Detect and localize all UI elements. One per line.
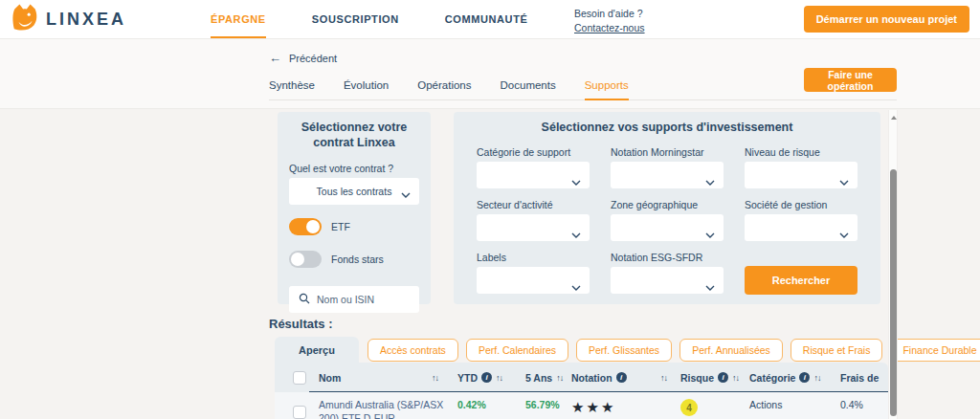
vertical-scrollbar[interactable] [888, 110, 898, 419]
tab-perf-annualisees[interactable]: Perf. Annualisées [679, 339, 783, 362]
back-arrow-icon: ← [269, 51, 281, 65]
sort-icon-risque[interactable]: ↑↓ [732, 373, 739, 383]
filter-secteur-activite: Secteur d'activité [477, 199, 590, 241]
zone-geographique-select[interactable] [611, 214, 724, 241]
scroll-up-arrow-icon[interactable] [891, 116, 897, 120]
scrollbar-thumb[interactable] [890, 169, 897, 416]
niveau-de-risque-select[interactable] [745, 162, 858, 188]
chevron-down-icon [705, 225, 715, 242]
contract-question-label: Quel est votre contrat ? [289, 163, 419, 174]
sort-icon-notation[interactable]: ↑↓ [660, 373, 667, 383]
filter-label: Niveau de risque [745, 146, 858, 158]
tab-finance-durable[interactable]: Finance Durable [890, 339, 980, 362]
ytd-value: 0.42% [457, 399, 486, 410]
nav-item-epargne[interactable]: ÉPARGNE [211, 0, 266, 38]
supports-panel-title: Sélectionnez vos supports d'investisseme… [461, 121, 873, 136]
fund-name-link[interactable]: Amundi Australia (S&P/ASX 200) ETF D-EUR [319, 399, 452, 419]
contract-panel-title: Sélectionnez votre contrat Linxea [285, 121, 423, 150]
notation-esg-sfdr-select[interactable] [611, 267, 724, 294]
toggle-knob [306, 220, 320, 233]
risk-level-badge: 4 [680, 399, 698, 416]
rechercher-button[interactable]: Rechercher [745, 266, 858, 295]
chevron-down-icon [401, 188, 411, 200]
contract-select-value: Tous les contrats [317, 186, 392, 197]
secteur-activite-select[interactable] [477, 214, 590, 241]
search-placeholder: Nom ou ISIN [317, 294, 374, 305]
back-link[interactable]: ← Précédent [269, 51, 337, 65]
search-icon [299, 291, 310, 308]
sort-icon-categorie[interactable]: ↑↓ [813, 373, 820, 383]
linxea-logo[interactable]: LINXEA [11, 3, 126, 35]
filter-label: Secteur d'activité [477, 199, 590, 210]
supports-filter-grid: Catégorie de support Notation Morningsta… [454, 136, 880, 295]
table-row: Amundi Australia (S&P/ASX 200) ETF D-EUR… [275, 392, 888, 419]
help-block: Besoin d'aide ? Contactez-nous [574, 7, 645, 35]
etf-toggle[interactable] [289, 218, 322, 235]
start-new-project-button[interactable]: Démarrer un nouveau projet [804, 6, 969, 33]
sort-icon-5ans[interactable]: ↑↓ [556, 373, 563, 383]
filter-notation-esg-sfdr: Notation ESG-SFDR [611, 252, 724, 295]
contract-select[interactable]: Tous les contrats [289, 178, 419, 205]
chevron-down-icon [839, 172, 849, 189]
sort-icon-ytd[interactable]: ↑↓ [496, 373, 502, 383]
chevron-down-icon [571, 277, 581, 295]
name-isin-search-input[interactable]: Nom ou ISIN [289, 286, 419, 313]
app-header: LINXEA ÉPARGNE SOUSCRIPTION COMMUNAUTÉ B… [0, 0, 980, 39]
column-header-notation: Notation [571, 372, 612, 384]
tab-documents[interactable]: Documents [501, 79, 556, 100]
tab-evolution[interactable]: Évolution [344, 79, 389, 100]
etf-toggle-row: ETF [289, 218, 419, 235]
info-icon-categorie[interactable]: i [799, 372, 810, 383]
filter-label: Catégorie de support [477, 146, 590, 158]
column-header-frais: Frais de [840, 372, 879, 384]
back-label: Précédent [289, 53, 337, 64]
tab-apercu[interactable]: Aperçu [275, 337, 359, 363]
tab-perf-glissantes[interactable]: Perf. Glissantes [576, 339, 672, 362]
tab-operations[interactable]: Opérations [417, 79, 471, 100]
lynx-logo-icon [11, 3, 38, 35]
results-tabs: Aperçu Accès contrats Perf. Calendaires … [275, 337, 980, 363]
filter-search-cell: Rechercher [745, 252, 858, 295]
tab-risque-et-frais[interactable]: Risque et Frais [791, 339, 883, 362]
filter-categorie-de-support: Catégorie de support [477, 146, 590, 188]
contract-page-tabs: Synthèse Évolution Opérations Documents … [269, 79, 897, 100]
tab-acces-contrats[interactable]: Accès contrats [368, 339, 458, 362]
nav-item-communaute[interactable]: COMMUNAUTÉ [445, 0, 528, 38]
filter-notation-morningstar: Notation Morningstar [611, 146, 724, 188]
supports-filter-panel: Sélectionnez vos supports d'investisseme… [454, 112, 880, 304]
column-header-risque: Risque [680, 372, 714, 384]
filter-niveau-de-risque: Niveau de risque [745, 146, 858, 188]
contact-link[interactable]: Contactez-nous [574, 21, 645, 35]
fonds-stars-toggle[interactable] [289, 251, 322, 268]
tab-supports[interactable]: Supports [585, 79, 629, 100]
column-header-categorie: Catégorie [749, 372, 795, 384]
chevron-down-icon [705, 172, 715, 189]
column-header-nom: Nom [319, 372, 341, 384]
notation-morningstar-select[interactable] [611, 162, 724, 188]
filter-label: Notation Morningstar [611, 146, 724, 158]
categorie-de-support-select[interactable] [477, 162, 590, 188]
societe-de-gestion-select[interactable] [745, 214, 858, 241]
results-table: Nom ↑↓ YTD i ↑↓ 5 Ans ↑↓ Notation i ↑↓ R… [275, 363, 888, 419]
etf-toggle-label: ETF [331, 221, 350, 232]
5ans-value: 56.79% [525, 399, 560, 410]
filter-label: Labels [477, 252, 590, 263]
info-icon-risque[interactable]: i [718, 372, 728, 383]
row-checkbox[interactable] [293, 406, 306, 419]
results-heading: Résultats : [269, 317, 332, 331]
filter-societe-de-gestion: Société de gestion [745, 199, 858, 241]
tab-perf-calendaires[interactable]: Perf. Calendaires [466, 339, 568, 362]
info-icon-notation[interactable]: i [616, 372, 627, 383]
nav-item-souscription[interactable]: SOUSCRIPTION [312, 0, 399, 38]
info-icon-ytd[interactable]: i [481, 372, 492, 383]
labels-select[interactable] [477, 267, 590, 294]
select-all-checkbox[interactable] [293, 371, 306, 385]
tab-synthese[interactable]: Synthèse [269, 79, 315, 100]
faire-une-operation-button[interactable]: Faire une opération [804, 68, 897, 92]
contract-filter-panel: Sélectionnez votre contrat Linxea Quel e… [278, 112, 431, 304]
filter-label: Société de gestion [745, 199, 858, 210]
table-header-row: Nom ↑↓ YTD i ↑↓ 5 Ans ↑↓ Notation i ↑↓ R… [275, 363, 888, 392]
filter-labels: Labels [477, 252, 590, 295]
brand-name: LINXEA [46, 10, 126, 30]
sort-icon-nom[interactable]: ↑↓ [432, 373, 438, 383]
